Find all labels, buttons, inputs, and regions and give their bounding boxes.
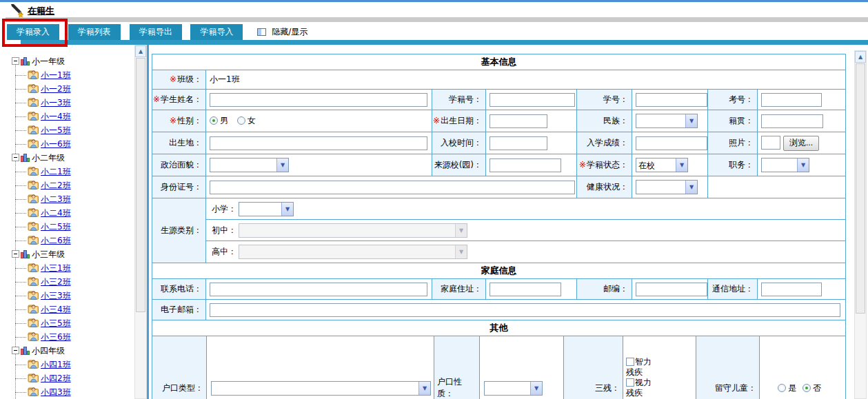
id-card-input[interactable] xyxy=(210,181,575,194)
email-label: 电子邮箱： xyxy=(161,305,202,314)
tree-class-link[interactable]: 小二5班 xyxy=(0,220,134,234)
tree-class-link[interactable]: 小四3班 xyxy=(0,385,134,399)
collapse-minus-icon[interactable] xyxy=(12,347,19,354)
tab-student-entry[interactable]: 学籍录入 xyxy=(7,24,59,40)
duty-select[interactable]: ▼ xyxy=(761,158,809,172)
email-input[interactable] xyxy=(210,303,840,317)
tree-grade-node[interactable]: 小三年级 xyxy=(0,247,134,261)
dropdown-arrow-icon: ▼ xyxy=(276,158,288,172)
birth-place-label: 出生地： xyxy=(169,138,202,147)
tree-class-link[interactable]: 小三1班 xyxy=(0,261,134,275)
photo-label: 照片： xyxy=(729,138,754,147)
health-select[interactable]: ▼ xyxy=(636,180,698,194)
hukou-nature-select[interactable]: ▼ xyxy=(484,381,543,396)
tree-class-link[interactable]: 小一1班 xyxy=(0,68,134,82)
tree-grade-node[interactable]: 小一年级 xyxy=(0,54,134,68)
enroll-time-input[interactable] xyxy=(489,136,547,150)
student-name-input[interactable] xyxy=(210,93,427,107)
hukou-type-select[interactable]: ▼ xyxy=(211,381,431,396)
tab-student-list[interactable]: 学籍列表 xyxy=(68,24,121,40)
tree-connector-stub xyxy=(15,172,26,172)
student-code-input[interactable] xyxy=(489,93,575,107)
tree-connector-stub xyxy=(15,365,26,365)
photo-input[interactable] xyxy=(761,136,780,150)
status-label: 学籍状态： xyxy=(587,160,628,170)
class-link-label: 小四3班 xyxy=(41,387,71,397)
student-no-input[interactable] xyxy=(636,93,707,107)
contact-phone-input[interactable] xyxy=(210,283,427,296)
left-behind-no-radio[interactable]: 否 xyxy=(803,382,821,394)
gender-female-radio[interactable]: 女 xyxy=(237,116,256,125)
tree-connector-stub xyxy=(15,130,26,131)
main-scrollbar[interactable]: ▲ xyxy=(854,50,867,399)
native-place-input[interactable] xyxy=(761,114,823,128)
collapse-minus-icon[interactable] xyxy=(12,154,19,161)
class-link-label: 小二1班 xyxy=(41,167,71,176)
origin-primary-select[interactable]: ▼ xyxy=(239,202,294,216)
class-link-label: 小三1班 xyxy=(41,263,71,273)
tree-class-link[interactable]: 小三6班 xyxy=(0,330,134,344)
birth-date-input[interactable] xyxy=(489,114,547,128)
exam-no-input[interactable] xyxy=(761,93,822,107)
zip-input[interactable] xyxy=(636,283,707,296)
tab-student-import[interactable]: 学籍导入 xyxy=(190,24,243,40)
tree-class-link[interactable]: 小一2班 xyxy=(0,82,134,96)
tree-class-link[interactable]: 小二6班 xyxy=(0,234,134,247)
enroll-score-label: 入学成绩： xyxy=(587,138,628,147)
class-link-label: 小三4班 xyxy=(41,305,71,314)
tree-class-link[interactable]: 小二4班 xyxy=(0,206,134,220)
political-select[interactable]: ▼ xyxy=(210,158,289,172)
source-school-input[interactable] xyxy=(489,158,561,172)
tree-scrollbar-thumb[interactable] xyxy=(136,58,145,312)
mail-address-input[interactable] xyxy=(761,283,822,296)
tree-scrollbar[interactable]: ▲ xyxy=(134,45,147,399)
class-folder-person-icon xyxy=(28,361,39,371)
origin-junior-label: 初中： xyxy=(212,225,236,236)
tree-connector-stub xyxy=(15,392,26,393)
tree-class-link[interactable]: 小四1班 xyxy=(0,358,134,371)
tree-class-link[interactable]: 小三2班 xyxy=(0,275,134,289)
tree-grade-node[interactable]: 小二年级 xyxy=(0,151,134,165)
class-folder-person-icon xyxy=(28,99,39,109)
class-folder-person-icon xyxy=(28,334,39,343)
zip-label: 邮编： xyxy=(603,284,628,294)
other-row: 户口类型： ▼ 户口性质： ▼ 三残： 智力残疾视力残疾听力残疾 留守儿童： 是 xyxy=(152,336,845,399)
birth-place-input[interactable] xyxy=(210,136,427,150)
scroll-up-icon[interactable]: ▲ xyxy=(855,51,866,63)
origin-type-label: 生源类别： xyxy=(161,225,202,235)
tree-class-link[interactable]: 小二1班 xyxy=(0,165,134,178)
tree-class-link[interactable]: 小三5班 xyxy=(0,316,134,330)
tab-student-export[interactable]: 学籍导出 xyxy=(130,24,182,40)
gender-male-radio[interactable]: 男 xyxy=(210,116,228,125)
enroll-score-input[interactable] xyxy=(636,136,707,150)
class-link-label: 小二3班 xyxy=(41,194,71,204)
left-behind-yes-radio[interactable]: 是 xyxy=(778,382,796,394)
home-address-input[interactable] xyxy=(489,283,561,296)
tree-class-link[interactable]: 小一6班 xyxy=(0,137,134,151)
main-scrollbar-thumb[interactable] xyxy=(856,63,865,314)
class-folder-person-icon xyxy=(28,196,39,205)
tree-class-link[interactable]: 小一4班 xyxy=(0,110,134,123)
tree-grade-node[interactable]: 小四年级 xyxy=(0,344,134,358)
photo-browse-button[interactable]: 浏览... xyxy=(783,136,819,151)
ethnicity-select[interactable]: ▼ xyxy=(636,114,698,128)
tree-connector-stub xyxy=(15,213,26,214)
radio-selected-icon xyxy=(803,384,811,392)
disability-vision-checkbox[interactable]: 视力残疾 xyxy=(626,378,659,398)
collapse-minus-icon[interactable] xyxy=(12,250,19,258)
tree-class-link[interactable]: 小三3班 xyxy=(0,289,134,303)
hide-show-toggle[interactable]: 隐藏/显示 xyxy=(257,26,307,38)
tree-class-link[interactable]: 小二3班 xyxy=(0,192,134,206)
tree-class-link[interactable]: 小一3班 xyxy=(0,96,134,110)
collapse-minus-icon[interactable] xyxy=(12,57,19,65)
tree-connector-stub xyxy=(15,378,26,379)
tree-class-link[interactable]: 小三4班 xyxy=(0,303,134,316)
scroll-up-icon[interactable]: ▲ xyxy=(135,45,146,57)
disability-intellect-checkbox[interactable]: 智力残疾 xyxy=(626,357,659,378)
status-select[interactable]: 在校▼ xyxy=(636,158,688,172)
tree-class-link[interactable]: 小一5班 xyxy=(0,123,134,137)
tree-class-link[interactable]: 小四2班 xyxy=(0,371,134,385)
tree-class-link[interactable]: 小二2班 xyxy=(0,178,134,192)
enroll-time-label: 入校时间： xyxy=(441,138,482,147)
student-name-label: 学生姓名： xyxy=(161,94,202,104)
